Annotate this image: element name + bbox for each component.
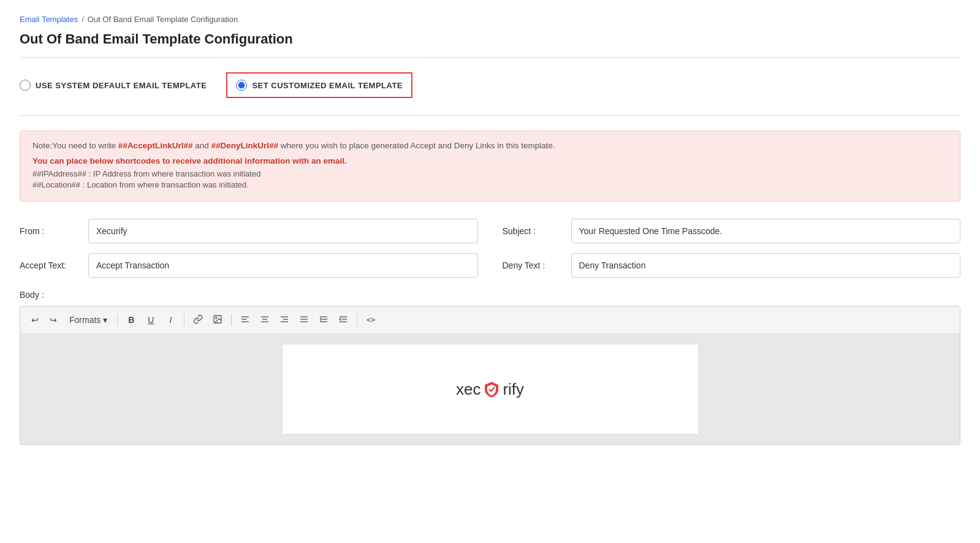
- code-view-button[interactable]: <>: [362, 311, 379, 328]
- accept-text-input[interactable]: [88, 253, 478, 278]
- breadcrumb-current: Out Of Band Email Template Configuration: [88, 15, 238, 24]
- indent-icon: [319, 314, 329, 326]
- accept-text-label: Accept Text:: [20, 260, 81, 270]
- editor-body[interactable]: xec rify: [20, 334, 960, 444]
- radio-system-default-input[interactable]: [20, 80, 31, 91]
- deny-text-row: Deny Text :: [503, 253, 961, 278]
- section-divider: [20, 57, 960, 58]
- underline-icon: U: [148, 315, 154, 325]
- bold-button[interactable]: B: [123, 311, 140, 328]
- note-and: and: [192, 141, 211, 150]
- breadcrumb: Email Templates / Out Of Band Email Temp…: [20, 15, 960, 24]
- note-deny-shortcode: ##DenyLinkUrl##: [211, 141, 278, 150]
- from-label: From :: [20, 226, 81, 236]
- bold-icon: B: [128, 315, 134, 325]
- page-container: Email Templates / Out Of Band Email Temp…: [0, 0, 980, 460]
- align-center-icon: [260, 314, 270, 326]
- radio-system-default[interactable]: USE SYSTEM DEFAULT EMAIL TEMPLATE: [20, 80, 207, 91]
- align-center-button[interactable]: [256, 311, 273, 328]
- form-grid: From : Subject : Accept Text: Deny Text …: [20, 219, 960, 278]
- link-button[interactable]: [189, 311, 207, 328]
- note-shortcode-item-1: ##IPAddress## : IP Address from where tr…: [32, 169, 948, 178]
- undo-redo-group: ↩ ↪: [26, 311, 62, 328]
- underline-button[interactable]: U: [142, 311, 159, 328]
- align-left-icon: [240, 314, 250, 326]
- page-title: Out Of Band Email Template Configuration: [20, 31, 960, 47]
- formats-dropdown[interactable]: Formats ▾: [64, 311, 112, 328]
- code-view-icon: <>: [367, 316, 375, 324]
- section-divider-2: [20, 115, 960, 116]
- redo-button[interactable]: ↪: [45, 311, 62, 328]
- editor-toolbar: ↩ ↪ Formats ▾ B U I: [20, 306, 960, 334]
- note-box: Note:You need to write ##AcceptLinkUrl##…: [20, 131, 960, 202]
- body-label: Body :: [20, 290, 960, 300]
- radio-system-default-label: USE SYSTEM DEFAULT EMAIL TEMPLATE: [36, 81, 207, 90]
- deny-text-input[interactable]: [571, 253, 961, 278]
- italic-button[interactable]: I: [162, 311, 179, 328]
- breadcrumb-separator: /: [82, 15, 84, 24]
- svg-point-1: [216, 317, 217, 318]
- note-main-text: Note:You need to write ##AcceptLinkUrl##…: [32, 141, 948, 150]
- image-icon: [213, 314, 222, 326]
- subject-input[interactable]: [571, 219, 961, 243]
- undo-button[interactable]: ↩: [26, 311, 44, 328]
- breadcrumb-link[interactable]: Email Templates: [20, 15, 78, 24]
- xecurify-logo: xec rify: [456, 380, 524, 399]
- shield-icon: [483, 381, 500, 398]
- note-accept-shortcode: ##AcceptLinkUrl##: [118, 141, 193, 150]
- formats-arrow-icon: ▾: [103, 315, 107, 325]
- italic-icon: I: [169, 315, 172, 325]
- align-right-icon: [279, 314, 289, 326]
- from-input[interactable]: [88, 219, 478, 243]
- deny-text-label: Deny Text :: [503, 260, 564, 270]
- note-shortcodes-title: You can place below shortcodes to receiv…: [32, 156, 948, 165]
- from-row: From :: [20, 219, 478, 243]
- subject-row: Subject :: [503, 219, 961, 243]
- formats-label: Formats: [69, 315, 101, 325]
- toolbar-divider-4: [357, 314, 357, 326]
- radio-set-customized[interactable]: SET CUSTOMIZED EMAIL TEMPLATE: [226, 72, 412, 98]
- toolbar-divider-2: [184, 314, 184, 326]
- note-suffix: where you wish to place generated Accept…: [278, 141, 555, 150]
- radio-set-customized-input[interactable]: [236, 80, 247, 91]
- email-preview: xec rify: [282, 344, 699, 435]
- logo-text-end: rify: [503, 380, 524, 399]
- align-right-button[interactable]: [276, 311, 293, 328]
- note-shortcode-item-2: ##Location## : Location from where trans…: [32, 180, 948, 189]
- accept-text-row: Accept Text:: [20, 253, 478, 278]
- radio-set-customized-label: SET CUSTOMIZED EMAIL TEMPLATE: [252, 81, 403, 90]
- outdent-button[interactable]: [335, 311, 352, 328]
- body-editor: ↩ ↪ Formats ▾ B U I: [20, 306, 960, 445]
- logo-text-start: xec: [456, 380, 481, 399]
- template-type-radio-group: USE SYSTEM DEFAULT EMAIL TEMPLATE SET CU…: [20, 72, 960, 98]
- toolbar-divider-1: [117, 314, 118, 326]
- align-left-button[interactable]: [237, 311, 254, 328]
- note-prefix: Note:You need to write: [32, 141, 118, 150]
- justify-icon: [299, 314, 309, 326]
- toolbar-divider-3: [231, 314, 232, 326]
- subject-label: Subject :: [503, 226, 564, 236]
- link-icon: [193, 314, 203, 326]
- indent-button[interactable]: [315, 311, 332, 328]
- justify-button[interactable]: [295, 311, 313, 328]
- image-button[interactable]: [209, 311, 226, 328]
- outdent-icon: [338, 314, 348, 326]
